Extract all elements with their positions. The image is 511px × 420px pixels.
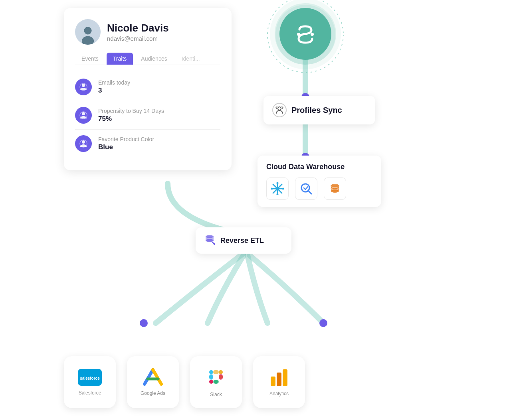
svg-rect-49 xyxy=(209,380,213,384)
trait-value: 3 xyxy=(98,87,130,95)
svg-rect-53 xyxy=(209,374,213,380)
trait-info: Propensity to Buy 14 Days 75% xyxy=(98,108,164,123)
analytics-label: Analytics xyxy=(269,391,289,396)
warehouse-title: Cloud Data Warehouse xyxy=(266,163,372,171)
svg-point-10 xyxy=(84,27,91,34)
svg-point-20 xyxy=(311,33,314,36)
traits-list: Emails today 3 Propensity to Buy 14 Days… xyxy=(75,73,220,158)
warehouse-icons xyxy=(266,177,372,200)
profile-header: Nicole Davis ndavis@email.com xyxy=(75,19,220,45)
profiles-sync-label: Profiles Sync xyxy=(291,106,342,115)
reverse-etl-label: Reverse ETL xyxy=(220,237,264,245)
svg-rect-54 xyxy=(213,380,219,384)
svg-point-12 xyxy=(82,84,85,87)
svg-point-8 xyxy=(319,319,327,327)
trait-label: Favorite Product Color xyxy=(98,136,154,142)
profile-name: Nicole Davis xyxy=(107,22,169,34)
svg-rect-55 xyxy=(219,374,223,380)
svg-point-39 xyxy=(214,243,215,245)
main-scene: Nicole Davis ndavis@email.com Events Tra… xyxy=(0,0,511,420)
trait-info: Emails today 3 xyxy=(98,79,130,95)
bigquery-logo xyxy=(295,177,317,200)
segment-logo-circle xyxy=(279,8,331,60)
trait-row: Propensity to Buy 14 Days 75% xyxy=(75,101,220,130)
profiles-sync-box: Profiles Sync xyxy=(263,96,375,124)
google-ads-dest: Google Ads xyxy=(127,356,179,408)
trait-label: Propensity to Buy 14 Days xyxy=(98,108,164,114)
profile-info: Nicole Davis ndavis@email.com xyxy=(107,22,169,42)
salesforce-dest: salesforce Salesforce xyxy=(64,356,116,408)
svg-point-19 xyxy=(297,33,300,36)
snowflake-logo xyxy=(266,177,289,200)
profile-card: Nicole Davis ndavis@email.com Events Tra… xyxy=(64,8,232,170)
slack-logo xyxy=(206,367,226,388)
trait-value: Blue xyxy=(98,143,154,151)
trait-label: Emails today xyxy=(98,79,130,86)
svg-point-28 xyxy=(271,188,273,190)
reverse-etl-icon xyxy=(204,234,216,247)
salesforce-logo: salesforce xyxy=(78,369,102,387)
svg-rect-45 xyxy=(209,370,213,374)
analytics-logo xyxy=(269,368,289,388)
destinations-row: salesforce Salesforce Google Ads xyxy=(64,356,305,408)
salesforce-label: Salesforce xyxy=(79,390,101,396)
warehouse-box: Cloud Data Warehouse xyxy=(257,156,381,207)
slack-label: Slack xyxy=(210,392,222,397)
slack-dest: Slack xyxy=(190,356,242,408)
profile-email: ndavis@email.com xyxy=(107,35,169,42)
svg-point-37 xyxy=(206,239,214,242)
svg-point-27 xyxy=(277,193,279,195)
svg-text:salesforce: salesforce xyxy=(80,376,100,381)
tab-events[interactable]: Events xyxy=(75,53,105,65)
svg-rect-47 xyxy=(219,370,223,374)
avatar xyxy=(75,19,101,45)
tab-identity[interactable]: Identi... xyxy=(175,53,206,65)
svg-rect-58 xyxy=(283,369,287,386)
svg-point-21 xyxy=(278,107,281,110)
trait-row: Favorite Product Color Blue xyxy=(75,130,220,158)
svg-rect-52 xyxy=(213,370,219,374)
svg-line-31 xyxy=(308,191,311,194)
trait-icon xyxy=(75,135,92,152)
trait-row: Emails today 3 xyxy=(75,73,220,101)
svg-point-26 xyxy=(277,182,279,184)
google-ads-logo xyxy=(143,368,163,387)
google-ads-label: Google Ads xyxy=(141,390,165,396)
tab-traits[interactable]: Traits xyxy=(107,53,133,65)
analytics-dest: Analytics xyxy=(253,356,305,408)
svg-point-29 xyxy=(282,188,284,190)
trait-info: Favorite Product Color Blue xyxy=(98,136,154,151)
reverse-etl-box: Reverse ETL xyxy=(196,227,291,254)
svg-point-11 xyxy=(82,36,94,45)
profile-tabs: Events Traits Audiences Identi... xyxy=(75,53,220,65)
database-logo xyxy=(324,177,346,200)
svg-point-16 xyxy=(82,140,85,144)
profiles-sync-icon xyxy=(272,103,287,117)
tab-audiences[interactable]: Audiences xyxy=(135,53,173,65)
trait-icon xyxy=(75,107,92,124)
trait-icon xyxy=(75,79,92,95)
svg-point-14 xyxy=(82,112,85,115)
svg-point-9 xyxy=(140,319,148,327)
svg-rect-56 xyxy=(271,377,275,386)
trait-value: 75% xyxy=(98,115,164,123)
svg-rect-57 xyxy=(277,373,281,386)
